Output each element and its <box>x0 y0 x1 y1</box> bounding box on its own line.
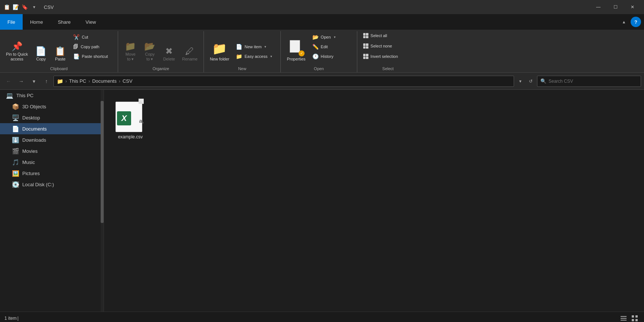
sidebar-item-label: Movies <box>22 148 38 154</box>
sidebar-item-movies[interactable]: 🎬 Movies <box>0 145 104 157</box>
easy-access-button[interactable]: 📁 Easy access ▾ <box>233 52 277 61</box>
copy-path-button[interactable]: 🗐 Copy path <box>70 42 115 51</box>
sidebar-item-this-pc[interactable]: 💻 This PC <box>0 90 104 101</box>
sidebar-item-label: 3D Objects <box>22 104 46 109</box>
tab-view[interactable]: View <box>78 14 103 30</box>
ribbon-organize-items: 📁 Moveto ▾ 📂 Copyto ▾ ✖ Delete 🖊 Rename <box>121 31 201 65</box>
status-bar: 1 item | <box>0 312 644 322</box>
address-actions: ▾ ↺ <box>515 76 536 86</box>
properties-icon: ✓ <box>290 40 303 56</box>
copy-to-button[interactable]: 📂 Copyto ▾ <box>140 38 159 63</box>
pin-to-quick-access-button[interactable]: 📌 Pin to Quickaccess <box>3 38 31 63</box>
rename-button[interactable]: 🖊 Rename <box>179 38 201 63</box>
copy-to-label: Copyto ▾ <box>145 52 155 62</box>
invert-selection-button[interactable]: Invert selection <box>360 52 416 61</box>
history-button[interactable]: 🕐 History <box>309 52 354 61</box>
tab-file[interactable]: File <box>0 14 23 30</box>
this-pc-icon: 💻 <box>6 92 13 99</box>
new-item-icon: 📄 <box>236 44 242 50</box>
open-label: Open <box>284 65 354 72</box>
tab-share[interactable]: Share <box>51 14 78 30</box>
clipboard-small-group: ✂️ Cut 🗐 Copy path 📑 Paste shortcut <box>70 33 115 63</box>
sidebar-item-label: Downloads <box>22 137 46 143</box>
address-sep-1: › <box>65 79 67 84</box>
paste-shortcut-button[interactable]: 📑 Paste shortcut <box>70 52 115 61</box>
address-csv[interactable]: CSV <box>123 78 133 84</box>
sidebar-item-local-disk[interactable]: 💽 Local Disk (C:) <box>0 179 104 190</box>
edit-button[interactable]: ✏️ Edit <box>309 42 354 51</box>
quick-access-dropdown[interactable]: ▾ <box>30 0 39 14</box>
sidebar-item-label: Music <box>22 160 35 165</box>
paste-button[interactable]: 📋 Paste <box>51 38 69 63</box>
window-title: CSV <box>44 4 54 10</box>
help-button[interactable]: ? <box>631 17 641 27</box>
minimize-button[interactable]: — <box>590 0 607 14</box>
sidebar-item-pictures[interactable]: 🖼️ Pictures <box>0 168 104 179</box>
sidebar-item-label: Pictures <box>22 171 40 176</box>
select-none-button[interactable]: Select none <box>360 42 416 50</box>
open-button[interactable]: 📂 Open ▾ <box>309 33 354 42</box>
music-icon: 🎵 <box>12 159 19 166</box>
search-bar[interactable]: 🔍 <box>537 76 641 87</box>
new-folder-button[interactable]: 📁 New folder <box>207 38 232 63</box>
select-none-label: Select none <box>371 44 392 48</box>
cut-button[interactable]: ✂️ Cut <box>70 33 115 42</box>
sidebar-item-3d-objects[interactable]: 📦 3D Objects <box>0 101 104 112</box>
tab-home[interactable]: Home <box>23 14 51 30</box>
file-area: X a, example.csv <box>104 90 644 312</box>
move-to-icon: 📁 <box>125 42 136 51</box>
svg-rect-2 <box>621 320 627 321</box>
address-this-pc[interactable]: This PC <box>69 78 86 84</box>
toolbar: ← → ▾ ↑ 📁 › This PC › Documents › CSV ▾ … <box>0 73 644 90</box>
open-arrow: ▾ <box>334 35 336 39</box>
quick-access-icon-1[interactable]: 📋 <box>3 3 10 11</box>
rename-label: Rename <box>182 57 198 62</box>
ribbon-new-items: 📁 New folder 📄 New item ▾ 📁 Easy access … <box>207 31 278 65</box>
up-button[interactable]: ↑ <box>41 76 52 87</box>
recent-locations-button[interactable]: ▾ <box>28 76 39 87</box>
properties-button[interactable]: ✓ Properties <box>284 38 308 63</box>
new-item-button[interactable]: 📄 New item ▾ <box>233 42 277 51</box>
file-name-label: example.csv <box>118 134 143 139</box>
address-dropdown-button[interactable]: ▾ <box>515 76 525 86</box>
svg-rect-1 <box>621 318 627 319</box>
quick-access-icon-3[interactable]: 🔖 <box>21 3 28 11</box>
address-sep-2: › <box>88 79 90 84</box>
svg-rect-5 <box>632 319 634 321</box>
title-bar: 📋 📝 🔖 ▾ CSV — ☐ ✕ <box>0 0 644 14</box>
new-item-label: New item <box>244 45 261 49</box>
edit-icon: ✏️ <box>312 44 319 50</box>
close-button[interactable]: ✕ <box>624 0 641 14</box>
copy-button[interactable]: 📄 Copy <box>32 38 50 63</box>
status-cursor: | <box>17 316 19 321</box>
ribbon: 📌 Pin to Quickaccess 📄 Copy 📋 Paste ✂️ C… <box>0 30 644 73</box>
new-small-group: 📄 New item ▾ 📁 Easy access ▾ <box>233 42 277 63</box>
sidebar-item-downloads[interactable]: ⬇️ Downloads <box>0 134 104 145</box>
copy-path-label: Copy path <box>81 45 99 49</box>
sidebar-item-documents[interactable]: 📄 Documents <box>0 123 104 134</box>
large-icons-view-button[interactable] <box>630 313 640 322</box>
delete-button[interactable]: ✖ Delete <box>160 38 178 63</box>
history-label: History <box>321 54 334 59</box>
ribbon-collapse-button[interactable]: ▲ <box>619 17 628 26</box>
back-button[interactable]: ← <box>3 76 14 87</box>
refresh-button[interactable]: ↺ <box>526 76 536 86</box>
search-input[interactable] <box>549 79 638 84</box>
paste-shortcut-label: Paste shortcut <box>82 54 108 59</box>
move-to-button[interactable]: 📁 Moveto ▾ <box>121 38 140 63</box>
address-bar[interactable]: 📁 › This PC › Documents › CSV <box>53 76 514 87</box>
forward-button[interactable]: → <box>16 76 27 87</box>
maximize-button[interactable]: ☐ <box>607 0 624 14</box>
sidebar-scrollbar-thumb[interactable] <box>101 101 104 223</box>
select-all-button[interactable]: Select all <box>360 31 416 40</box>
file-item-example-csv[interactable]: X a, example.csv <box>110 96 151 142</box>
open-icon: 📂 <box>312 34 319 40</box>
details-view-button[interactable] <box>619 313 628 322</box>
sidebar: 💻 This PC 📦 3D Objects 🖥️ Desktop 📄 Docu… <box>0 90 104 312</box>
new-item-arrow: ▾ <box>264 45 266 49</box>
address-documents[interactable]: Documents <box>92 78 117 84</box>
copy-icon: 📄 <box>35 47 46 56</box>
sidebar-item-music[interactable]: 🎵 Music <box>0 157 104 168</box>
quick-access-icon-2[interactable]: 📝 <box>12 3 19 11</box>
sidebar-item-desktop[interactable]: 🖥️ Desktop <box>0 112 104 123</box>
